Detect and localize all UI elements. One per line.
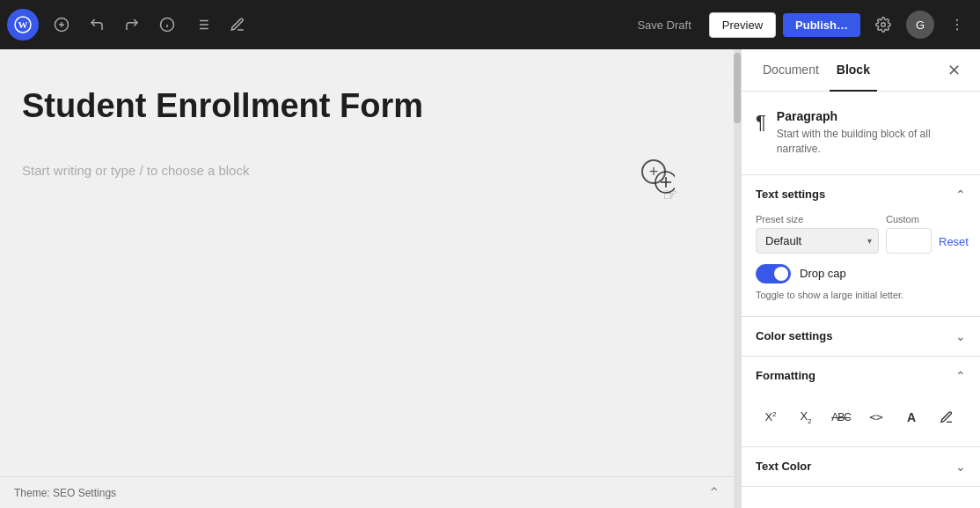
text-settings-section: Text settings ⌃ Preset size Default ▾ (742, 175, 980, 317)
paragraph-block-icon: ¶ (756, 111, 766, 134)
color-settings-section: Color settings ⌄ (742, 317, 980, 357)
toolbar-right: Save Draft Preview Publish… G (626, 9, 973, 40)
page-title[interactable]: Student Enrollment Form (22, 85, 719, 128)
formatting-header[interactable]: Formatting ⌃ (742, 357, 980, 395)
text-settings-title: Text settings (756, 188, 825, 201)
svg-point-14 (881, 23, 886, 27)
text-settings-header[interactable]: Text settings ⌃ (742, 175, 980, 214)
svg-point-15 (956, 19, 958, 21)
custom-size-field: Custom (886, 214, 932, 254)
block-info-panel: ¶ Paragraph Start with the building bloc… (742, 92, 980, 175)
text-color-chevron-icon: ⌄ (955, 460, 966, 474)
keyboard-shortcut-button[interactable]: A (896, 402, 926, 432)
subscript-button[interactable]: X2 (791, 402, 821, 432)
custom-size-label: Custom (886, 214, 932, 225)
preset-custom-row: Preset size Default ▾ Custom Reset (756, 214, 966, 254)
main-toolbar: W Save Draft Preview Publi (0, 0, 980, 49)
preset-size-select[interactable]: Default (756, 228, 879, 254)
tab-block[interactable]: Block (830, 49, 877, 92)
save-draft-button[interactable]: Save Draft (626, 13, 701, 37)
tools-button[interactable] (222, 9, 253, 40)
preset-size-field: Preset size Default ▾ (756, 214, 879, 254)
sidebar-tabs: Document Block ✕ (742, 49, 980, 92)
reset-button[interactable]: Reset (939, 230, 969, 254)
scrollbar-thumb[interactable] (734, 53, 741, 123)
text-color-title: Text Color (756, 460, 811, 473)
text-color-section: Text Color ⌄ (742, 447, 980, 487)
add-block-area: + ☞ (641, 159, 666, 184)
strikethrough-button[interactable]: ABC (826, 402, 856, 432)
block-info-text: Paragraph Start with the building block … (777, 109, 966, 157)
color-settings-header[interactable]: Color settings ⌄ (742, 317, 980, 356)
text-settings-content: Preset size Default ▾ Custom Reset (742, 214, 980, 316)
redo-button[interactable] (116, 9, 148, 40)
drop-cap-row: Drop cap (756, 264, 966, 283)
more-options-button[interactable] (941, 9, 973, 40)
inline-add-button[interactable]: + (641, 159, 666, 184)
color-settings-chevron-icon: ⌄ (955, 329, 966, 343)
bottom-status-bar: Theme: SEO Settings ⌃ (0, 476, 734, 508)
preset-size-label: Preset size (756, 214, 879, 225)
wp-logo[interactable]: W (7, 9, 39, 40)
editor-area[interactable]: Student Enrollment Form Start writing or… (0, 49, 741, 508)
block-info-description: Start with the building block of all nar… (777, 127, 966, 157)
inline-code-button[interactable]: <> (861, 402, 891, 432)
preview-button[interactable]: Preview (709, 12, 776, 38)
svg-point-16 (956, 24, 958, 26)
bottom-bar-chevron[interactable]: ⌃ (708, 484, 720, 501)
toggle-knob (774, 267, 788, 281)
bottom-bar-label: Theme: SEO Settings (14, 487, 116, 499)
publish-button[interactable]: Publish… (783, 13, 860, 37)
custom-size-input[interactable] (886, 228, 932, 254)
drop-cap-label: Drop cap (800, 267, 846, 280)
user-avatar[interactable]: G (906, 11, 934, 39)
paragraph-block[interactable]: Start writing or type / to choose a bloc… (22, 156, 719, 188)
settings-button[interactable] (867, 9, 899, 40)
preset-select-wrap: Default ▾ (756, 228, 879, 254)
highlight-button[interactable] (932, 402, 962, 432)
drop-cap-toggle[interactable] (756, 264, 791, 283)
list-view-button[interactable] (186, 9, 218, 40)
formatting-buttons-row: X2 X2 ABC <> A (742, 395, 980, 446)
main-area: Student Enrollment Form Start writing or… (0, 49, 980, 508)
info-button[interactable] (151, 9, 183, 40)
color-settings-title: Color settings (756, 329, 832, 342)
superscript-button[interactable]: X2 (756, 402, 786, 432)
text-settings-chevron-icon: ⌃ (955, 188, 966, 202)
formatting-chevron-icon: ⌃ (955, 369, 966, 383)
scrollbar[interactable] (734, 49, 741, 508)
tab-document[interactable]: Document (756, 49, 826, 92)
editor-inner: Student Enrollment Form Start writing or… (1, 49, 740, 223)
svg-text:W: W (18, 19, 28, 30)
formatting-section: Formatting ⌃ X2 X2 ABC <> (742, 357, 980, 447)
sidebar: Document Block ✕ ¶ Paragraph Start with … (741, 49, 980, 508)
drop-cap-hint: Toggle to show a large initial letter. (756, 289, 966, 302)
add-block-button[interactable] (46, 9, 77, 40)
paragraph-placeholder: Start writing or type / to choose a bloc… (22, 163, 249, 178)
formatting-title: Formatting (756, 369, 815, 382)
svg-point-17 (956, 28, 958, 30)
block-info-title: Paragraph (777, 109, 966, 123)
sidebar-close-button[interactable]: ✕ (941, 58, 966, 83)
undo-button[interactable] (81, 9, 113, 40)
text-color-header[interactable]: Text Color ⌄ (742, 447, 980, 486)
